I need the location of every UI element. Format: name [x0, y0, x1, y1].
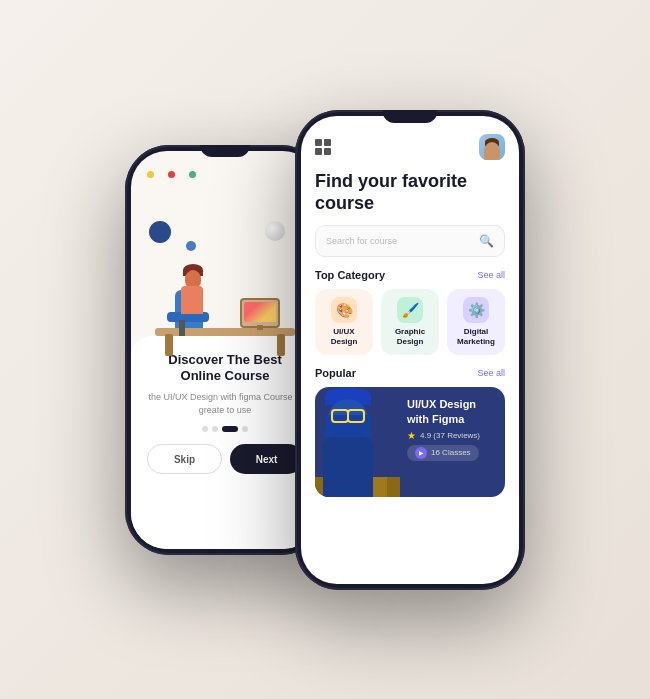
find-title: Find your favorite course: [301, 170, 519, 215]
person-body: [181, 286, 203, 314]
graphic-icon: 🖌️: [397, 297, 423, 323]
char-glasses: [331, 409, 365, 419]
play-icon: ▶: [415, 447, 427, 459]
avatar-face: [484, 142, 500, 160]
pag-dot-1: [202, 426, 208, 432]
char-body: [323, 437, 373, 497]
pag-dot-3-active: [222, 426, 238, 432]
grid-cell-3: [315, 148, 322, 155]
see-all-categories[interactable]: See all: [477, 270, 505, 280]
popular-card[interactable]: UI/UX Design with Figma ★ 4.9 (37 Review…: [315, 387, 505, 497]
notch-left: [200, 145, 250, 157]
screen-left: Discover The Best Online Course the UI/U…: [131, 151, 319, 549]
notch-right: [383, 110, 438, 123]
digital-icon: ⚙️: [463, 297, 489, 323]
chair-base: [179, 320, 185, 336]
star-icon: ★: [407, 430, 416, 441]
left-text-area: Discover The Best Online Course the UI/U…: [131, 336, 319, 549]
rating-text: 4.9 (37 Reviews): [420, 431, 480, 440]
monitor-stand: [257, 325, 263, 330]
pag-dot-4: [242, 426, 248, 432]
grid-cell-1: [315, 139, 322, 146]
monitor: [240, 298, 280, 328]
desk: [155, 328, 295, 336]
dot-green: [189, 171, 196, 178]
left-title: Discover The Best Online Course: [147, 352, 303, 386]
left-subtitle: the UI/UX Design with figma Course is gr…: [147, 391, 303, 416]
btn-row: Skip Next: [147, 444, 303, 474]
category-uiux[interactable]: 🎨 UI/UX Design: [315, 289, 373, 356]
rating-row: ★ 4.9 (37 Reviews): [407, 430, 495, 441]
right-content: Find your favorite course Search for cou…: [301, 116, 519, 584]
right-header: [301, 134, 519, 160]
search-placeholder: Search for course: [326, 236, 479, 246]
classes-badge: ▶ 16 Classes: [407, 445, 479, 461]
pag-dot-2: [212, 426, 218, 432]
monitor-screen: [244, 302, 276, 322]
categories-row: 🎨 UI/UX Design 🖌️ Graphic Design ⚙️ Digi…: [301, 289, 519, 356]
phones-container: Discover The Best Online Course the UI/U…: [125, 110, 525, 590]
uiux-label: UI/UX Design: [321, 327, 367, 348]
uiux-icon: 🎨: [331, 297, 357, 323]
screen-right: Find your favorite course Search for cou…: [301, 116, 519, 584]
dot-yellow: [147, 171, 154, 178]
popular-title-label: Popular: [315, 367, 356, 379]
next-button[interactable]: Next: [230, 444, 303, 474]
illustration-area: [145, 206, 305, 336]
desk-leg-right: [277, 334, 285, 356]
popular-header: Popular See all: [301, 367, 519, 379]
search-icon[interactable]: 🔍: [479, 234, 494, 248]
sphere-decoration: [265, 221, 285, 241]
popular-course-title: UI/UX Design with Figma: [407, 397, 495, 426]
grid-menu-icon[interactable]: [315, 139, 331, 155]
left-content: Discover The Best Online Course the UI/U…: [131, 151, 319, 549]
skip-button[interactable]: Skip: [147, 444, 222, 474]
see-all-popular[interactable]: See all: [477, 368, 505, 378]
top-category-header: Top Category See all: [301, 269, 519, 281]
phone-right: Find your favorite course Search for cou…: [295, 110, 525, 590]
grid-cell-2: [324, 139, 331, 146]
avatar[interactable]: [479, 134, 505, 160]
dot-red: [168, 171, 175, 178]
classes-text: 16 Classes: [431, 448, 471, 457]
grid-cell-4: [324, 148, 331, 155]
pagination-dots: [202, 426, 248, 432]
person-head: [185, 270, 201, 288]
desk-leg-left: [165, 334, 173, 356]
graphic-label: Graphic Design: [387, 327, 433, 348]
popular-info: UI/UX Design with Figma ★ 4.9 (37 Review…: [407, 397, 495, 461]
digital-label: Digital Marketing: [453, 327, 499, 348]
top-category-title: Top Category: [315, 269, 385, 281]
search-bar[interactable]: Search for course 🔍: [315, 225, 505, 257]
dots-decoration: [131, 171, 196, 178]
category-graphic[interactable]: 🖌️ Graphic Design: [381, 289, 439, 356]
category-digital[interactable]: ⚙️ Digital Marketing: [447, 289, 505, 356]
